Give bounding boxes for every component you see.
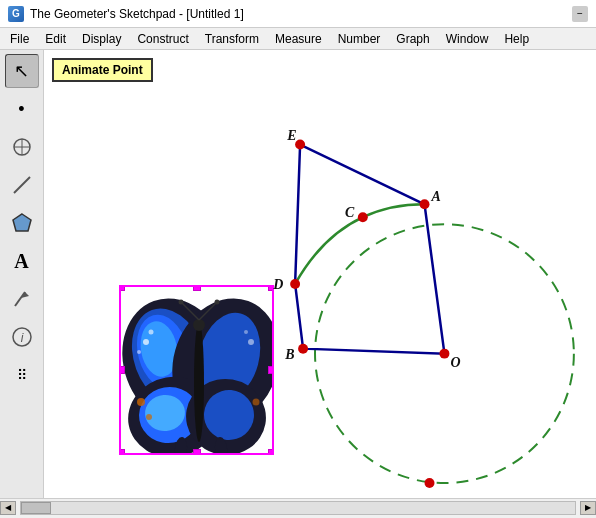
svg-line-3 — [14, 177, 30, 193]
title-bar-text: The Geometer's Sketchpad - [Untitled 1] — [30, 7, 244, 21]
select-tool[interactable]: ↖ — [5, 54, 39, 88]
title-bar-controls[interactable]: − — [572, 6, 588, 22]
polygon-tool[interactable] — [5, 206, 39, 240]
menu-display[interactable]: Display — [74, 28, 129, 49]
text-tool[interactable]: A — [5, 244, 39, 278]
minimize-button[interactable]: − — [572, 6, 588, 22]
scroll-right-button[interactable]: ▶ — [580, 501, 596, 515]
label-O: O — [450, 355, 460, 370]
point-B — [298, 344, 308, 354]
svg-line-5 — [15, 292, 25, 306]
point-C — [358, 212, 368, 222]
menu-bar: File Edit Display Construct Transform Me… — [0, 28, 596, 50]
label-C: C — [345, 205, 355, 220]
canvas-area[interactable]: Animate Point — [44, 50, 596, 498]
info-tool[interactable]: i — [5, 320, 39, 354]
menu-edit[interactable]: Edit — [37, 28, 74, 49]
svg-text:i: i — [20, 331, 23, 345]
hand-tool[interactable]: ⠿ — [5, 358, 39, 392]
label-B: B — [284, 347, 294, 362]
horizontal-scrollbar[interactable]: ◀ ▶ — [0, 498, 596, 516]
app-icon: G — [8, 6, 24, 22]
label-D: D — [272, 277, 283, 292]
toolbar: ↖ • A i — [0, 50, 44, 498]
title-bar: G The Geometer's Sketchpad - [Untitled 1… — [0, 0, 596, 28]
scroll-track[interactable] — [20, 501, 576, 515]
main-layout: ↖ • A i — [0, 50, 596, 498]
point-E — [295, 140, 305, 150]
menu-help[interactable]: Help — [496, 28, 537, 49]
compass-tool[interactable] — [5, 130, 39, 164]
label-A: A — [431, 189, 441, 204]
scroll-thumb[interactable] — [21, 502, 51, 514]
menu-number[interactable]: Number — [330, 28, 389, 49]
custom-tool[interactable] — [5, 282, 39, 316]
point-bottom — [425, 478, 435, 488]
point-A — [420, 199, 430, 209]
title-bar-left: G The Geometer's Sketchpad - [Untitled 1… — [8, 6, 244, 22]
line-tool[interactable] — [5, 168, 39, 202]
label-E: E — [286, 128, 296, 143]
svg-marker-4 — [13, 214, 31, 231]
geometry-canvas: E A C D B O — [44, 50, 596, 498]
menu-window[interactable]: Window — [438, 28, 497, 49]
menu-measure[interactable]: Measure — [267, 28, 330, 49]
menu-graph[interactable]: Graph — [388, 28, 437, 49]
menu-transform[interactable]: Transform — [197, 28, 267, 49]
point-O — [439, 349, 449, 359]
menu-file[interactable]: File — [2, 28, 37, 49]
menu-construct[interactable]: Construct — [129, 28, 196, 49]
point-tool[interactable]: • — [5, 92, 39, 126]
animate-point-button[interactable]: Animate Point — [52, 58, 153, 82]
point-D — [290, 279, 300, 289]
scroll-left-button[interactable]: ◀ — [0, 501, 16, 515]
